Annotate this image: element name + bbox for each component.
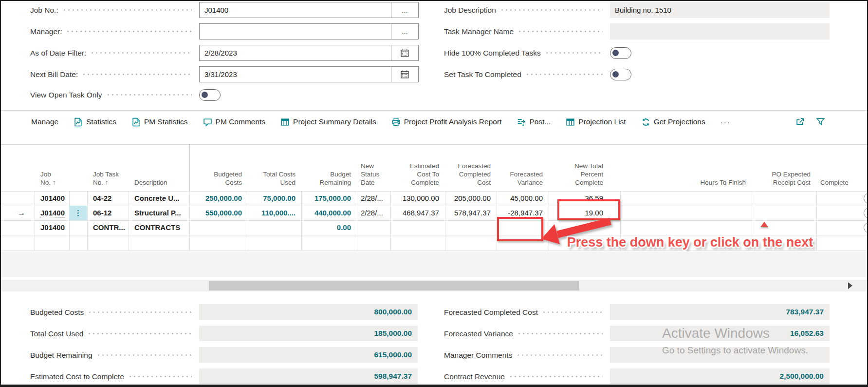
cell-new-status-date[interactable]: 2/28/... (357, 206, 390, 220)
column-header-new-status-date[interactable]: New Status Date (357, 144, 390, 191)
context-menu-icon[interactable]: ⋮ (69, 206, 87, 220)
as-of-date-value[interactable]: 2/28/2023 (200, 49, 391, 57)
job-description-field: Building no. 1510 (610, 2, 830, 18)
projection-list-button[interactable]: Projection List (566, 117, 626, 127)
job-description-label: Job Description (444, 6, 499, 15)
pm-comments-button[interactable]: PM Comments (203, 117, 266, 127)
pm-comments-label: PM Comments (216, 117, 266, 126)
get-projections-label: Get Projections (654, 117, 705, 126)
cell-new-status-date[interactable]: 2/28/... (357, 191, 390, 206)
cell-description[interactable]: Concrete U... (129, 191, 189, 206)
cell-total-costs-used[interactable]: 75,000.00 (248, 191, 301, 206)
cell-complete-toggle[interactable] (864, 193, 868, 204)
column-header-new-total-percent[interactable]: New Total Percent Complete (549, 144, 603, 191)
cell-job-task-no[interactable]: 06-12 (87, 206, 129, 220)
cell-forecasted-completed-cost[interactable]: 578,947.37 (445, 206, 497, 220)
column-header-job-task-no[interactable]: Job Task No. ↑ (87, 144, 129, 191)
cell-forecasted-variance[interactable]: 45,000.00 (497, 191, 549, 206)
job-no-lookup-button[interactable]: ... (391, 2, 418, 18)
job-projection-page: Job No.: J01400 ... Manager: ... As of D… (0, 0, 868, 387)
project-summary-details-button[interactable]: Project Summary Details (280, 117, 376, 127)
job-description-value: Building no. 1510 (615, 6, 671, 14)
as-of-date-label: As of Date Filter: (30, 49, 89, 58)
job-no-value[interactable]: J01400 (200, 6, 391, 14)
cell-job-no[interactable]: J01400 (35, 206, 69, 220)
horizontal-scrollbar-thumb[interactable] (209, 281, 579, 290)
column-header-description[interactable]: Description (129, 144, 189, 191)
cell-job-no[interactable]: J01400 (35, 220, 69, 235)
cell-budget-remaining[interactable]: 440,000.00 (301, 206, 357, 220)
field-row-job-description: Job Description (444, 2, 607, 18)
dotted-leader (509, 374, 603, 379)
column-header-po-expected-receipt[interactable]: PO Expected Receipt Cost (752, 144, 811, 191)
column-header-total-costs-used[interactable]: Total Costs Used (248, 144, 295, 191)
column-header-forecasted-completed-cost[interactable]: Forecasted Completed Cost (445, 144, 491, 191)
post-button[interactable]: Post... (517, 117, 551, 127)
dotted-leader (87, 331, 192, 336)
view-open-task-toggle[interactable] (199, 89, 221, 101)
column-header-job-no[interactable]: Job No. ↑ (35, 144, 69, 191)
next-bill-date-value[interactable]: 3/31/2023 (200, 70, 391, 78)
column-header-complete[interactable]: Complete (820, 144, 868, 191)
toggle-knob (612, 50, 619, 56)
cell-job-no[interactable]: J01400 (35, 191, 69, 206)
filter-button[interactable] (816, 114, 825, 129)
toolbar-overflow-button[interactable]: ··· (720, 118, 731, 126)
calendar-icon[interactable] (391, 45, 418, 60)
column-header-budgeted-costs[interactable]: Budgeted Costs (189, 144, 242, 191)
profit-analysis-report-button[interactable]: Project Profit Analysis Report (391, 117, 502, 127)
statistics-button[interactable]: Statistics (74, 117, 116, 127)
refresh-stars-icon (641, 117, 650, 127)
hide-completed-toggle[interactable] (610, 47, 631, 59)
field-row-set-completed: Set Task To Completed (444, 66, 607, 82)
cell-estimated-cost[interactable]: 468,947.37 (390, 206, 445, 220)
post-label: Post... (529, 117, 551, 126)
column-header-hours-to-finish[interactable]: Hours To Finish (620, 144, 746, 191)
cell-budget-remaining[interactable]: 175,000.00 (301, 191, 357, 206)
contract-revenue-label: Contract Revenue (444, 372, 508, 381)
cell-complete-toggle[interactable] (864, 222, 868, 233)
projection-list-label: Projection List (578, 117, 626, 126)
manage-menu[interactable]: Manage (31, 117, 58, 126)
calendar-icon[interactable] (391, 67, 418, 82)
table-footer-band (1, 252, 867, 277)
dotted-leader (106, 93, 192, 97)
scrollbar-right-arrow[interactable] (848, 282, 852, 289)
profit-analysis-report-label: Project Profit Analysis Report (404, 117, 502, 126)
column-header-estimated-cost[interactable]: Estimated Cost To Complete (390, 144, 439, 191)
cell-forecasted-completed-cost[interactable]: 205,000.00 (445, 191, 497, 206)
as-of-date-input[interactable]: 2/28/2023 (199, 45, 419, 61)
annotation-small-arrow-up (760, 222, 768, 227)
dotted-leader (542, 310, 603, 315)
grid-line (69, 191, 70, 251)
manager-input[interactable]: ... (199, 23, 419, 39)
pm-statistics-button[interactable]: PM Statistics (131, 117, 188, 127)
cell-job-task-no[interactable]: 04-22 (87, 191, 129, 206)
row-context-menu-cell[interactable]: ⋮ (69, 206, 87, 220)
job-no-input[interactable]: J01400 ... (199, 2, 419, 18)
cell-description[interactable]: Structural P... (129, 206, 189, 220)
column-header-budget-remaining[interactable]: Budget Remaining (301, 144, 351, 191)
cell-budgeted-costs[interactable]: 250,000.00 (189, 191, 248, 206)
field-row-as-of-date: As of Date Filter: (30, 45, 196, 61)
get-projections-button[interactable]: Get Projections (641, 117, 705, 127)
cell-job-task-no[interactable]: CONTR... (87, 220, 129, 235)
share-button[interactable] (795, 114, 805, 129)
share-icon (795, 117, 805, 126)
dotted-leader (82, 72, 192, 77)
next-bill-date-input[interactable]: 3/31/2023 (199, 66, 419, 82)
cell-complete-toggle[interactable] (864, 208, 868, 218)
statistics-label: Statistics (86, 117, 116, 126)
cell-total-costs-used[interactable]: 110,000.... (248, 206, 301, 220)
cell-estimated-cost[interactable]: 130,000.00 (390, 191, 445, 206)
set-completed-toggle[interactable] (610, 69, 631, 80)
contract-revenue-value: 2,500,000.00 (610, 368, 830, 384)
cell-budget-remaining[interactable]: 0.00 (301, 220, 357, 235)
cell-description[interactable]: CONTRACTS (129, 220, 189, 235)
cell-budgeted-costs[interactable]: 550,000.00 (189, 206, 248, 220)
dotted-leader (96, 353, 192, 358)
manager-lookup-button[interactable]: ... (391, 24, 418, 39)
column-header-forecasted-variance[interactable]: Forecasted Variance (497, 144, 543, 191)
dotted-leader (88, 310, 192, 315)
total-cost-used-label: Total Cost Used (30, 329, 86, 338)
